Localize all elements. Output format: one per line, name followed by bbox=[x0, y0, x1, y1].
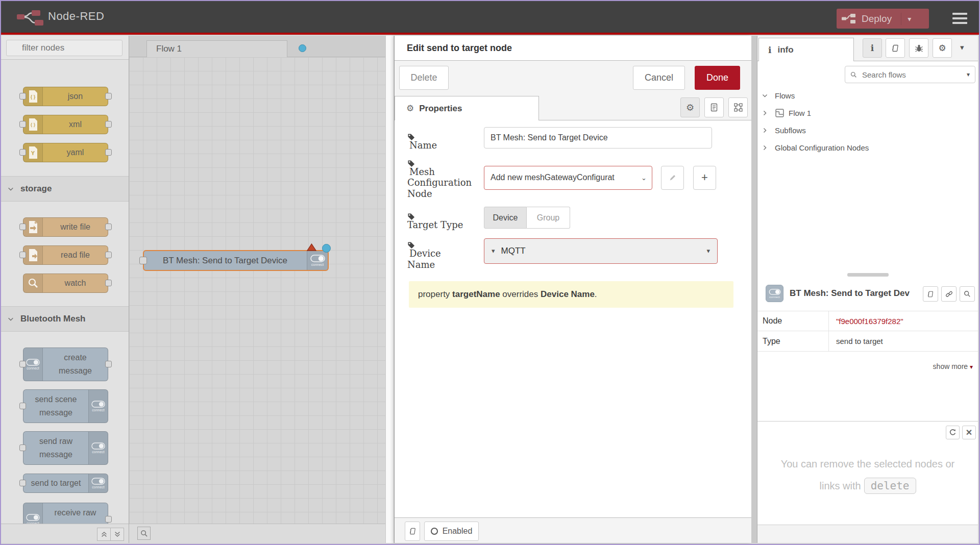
input-port[interactable] bbox=[19, 224, 26, 230]
input-port[interactable] bbox=[19, 480, 26, 486]
deploy-options-caret[interactable]: ▾ bbox=[901, 13, 911, 25]
flow-canvas[interactable]: BT Mesh: Send to Target Device connect bbox=[129, 57, 385, 524]
sidebar-tab-bar: i info i ⚙ ▾ bbox=[757, 36, 978, 61]
palette-scroll[interactable]: { } json ⟨ ⟩ xml Y yaml bbox=[1, 60, 129, 524]
canvas-scrollbar[interactable] bbox=[385, 36, 394, 543]
input-port[interactable] bbox=[19, 121, 26, 128]
output-port[interactable] bbox=[105, 361, 112, 367]
target-type-device-button[interactable]: Device bbox=[484, 207, 527, 229]
sidebar-info-button[interactable]: i bbox=[863, 38, 882, 58]
node-enabled-toggle[interactable]: Enabled bbox=[424, 522, 479, 541]
tree-item-subflows[interactable]: Subflows bbox=[757, 121, 978, 139]
output-port[interactable] bbox=[105, 516, 112, 523]
output-port[interactable] bbox=[105, 121, 112, 128]
search-node-button[interactable] bbox=[960, 286, 975, 302]
input-port[interactable] bbox=[19, 93, 26, 100]
gear-icon: ⚙ bbox=[686, 102, 694, 113]
info-panel-resize-handle[interactable] bbox=[847, 273, 889, 277]
zoom-search-button[interactable] bbox=[137, 527, 151, 540]
output-port[interactable] bbox=[105, 224, 112, 230]
palette-node-read-file[interactable]: read file bbox=[23, 245, 108, 265]
flow-icon bbox=[775, 108, 785, 118]
mesh-config-select[interactable]: Add new meshGatewayConfigurat ⌄ bbox=[484, 166, 652, 190]
palette-node-json[interactable]: { } json bbox=[23, 87, 108, 106]
refresh-icon bbox=[949, 429, 957, 436]
show-more-link[interactable]: show more ▾ bbox=[933, 362, 973, 370]
palette-node-watch[interactable]: watch bbox=[23, 274, 108, 293]
close-icon[interactable]: ✕ bbox=[962, 426, 976, 439]
sidebar-resize-handle[interactable] bbox=[751, 36, 757, 543]
tab-info[interactable]: i info bbox=[758, 38, 854, 61]
input-port[interactable] bbox=[19, 444, 26, 451]
node-docs-button[interactable] bbox=[923, 286, 938, 302]
filter-nodes-input[interactable] bbox=[6, 40, 122, 56]
expand-all-button[interactable] bbox=[110, 528, 124, 541]
done-button[interactable]: Done bbox=[695, 66, 740, 90]
output-port[interactable] bbox=[105, 252, 112, 258]
tree-item-global-config[interactable]: Global Configuration Nodes bbox=[757, 139, 978, 156]
file-out-icon bbox=[23, 218, 43, 236]
copy-link-button[interactable] bbox=[941, 286, 957, 302]
palette-node-send-to-target[interactable]: connect send to target bbox=[23, 474, 108, 493]
tab-flow-1[interactable]: Flow 1 bbox=[146, 40, 287, 57]
name-field[interactable] bbox=[484, 127, 712, 148]
tree-item-flow-1[interactable]: Flow 1 bbox=[757, 104, 978, 121]
add-config-node-button[interactable]: + bbox=[693, 166, 716, 190]
collapse-all-button[interactable] bbox=[97, 528, 111, 541]
category-storage[interactable]: storage bbox=[1, 176, 129, 202]
sidebar-debug-button[interactable] bbox=[909, 38, 928, 58]
tab-properties[interactable]: ⚙ Properties bbox=[395, 96, 539, 120]
palette-node-yaml[interactable]: Y yaml bbox=[23, 143, 108, 162]
info-icon: i bbox=[871, 43, 874, 53]
edit-properties-button[interactable]: ⚙ bbox=[680, 97, 700, 117]
chevron-right-icon bbox=[762, 144, 770, 151]
main-menu-button[interactable] bbox=[952, 13, 967, 25]
input-port[interactable] bbox=[19, 361, 26, 367]
output-port[interactable] bbox=[105, 93, 112, 100]
info-icon: i bbox=[768, 45, 771, 55]
target-type-group-button[interactable]: Group bbox=[527, 207, 570, 229]
node-appearance-button[interactable] bbox=[728, 97, 748, 117]
tree-item-flows[interactable]: Flows bbox=[757, 87, 978, 104]
delete-button[interactable]: Delete bbox=[399, 66, 449, 90]
refresh-button[interactable] bbox=[946, 426, 960, 439]
sidebar-help-button[interactable] bbox=[886, 38, 905, 58]
palette-node-create-message[interactable]: connect create message bbox=[23, 348, 108, 381]
magnifier-icon bbox=[23, 274, 43, 292]
xml-file-icon: ⟨ ⟩ bbox=[23, 115, 43, 134]
chevron-down-icon bbox=[762, 92, 770, 99]
node-type-value: send to target bbox=[828, 331, 978, 351]
palette-footer bbox=[1, 524, 129, 543]
palette-node-send-scene-message[interactable]: connect send scene message bbox=[23, 389, 108, 423]
edit-config-node-button[interactable] bbox=[661, 166, 684, 190]
input-port[interactable] bbox=[19, 252, 26, 258]
input-port[interactable] bbox=[139, 257, 147, 264]
palette: { } json ⟨ ⟩ xml Y yaml bbox=[1, 36, 129, 543]
output-port[interactable] bbox=[105, 149, 112, 156]
search-flows-input[interactable] bbox=[861, 70, 967, 80]
flow-node-send-to-target[interactable]: BT Mesh: Send to Target Device connect bbox=[143, 250, 329, 271]
sidebar: i info i ⚙ ▾ ▾ Flows bbox=[757, 36, 978, 543]
device-name-dropdown[interactable]: ▾ MQTT ▾ bbox=[484, 238, 718, 264]
palette-node-xml[interactable]: ⟨ ⟩ xml bbox=[23, 115, 108, 134]
input-port[interactable] bbox=[19, 403, 26, 409]
override-note: property targetName overrides Device Nam… bbox=[409, 281, 733, 308]
input-port[interactable] bbox=[19, 149, 26, 156]
node-help-button[interactable] bbox=[405, 522, 420, 541]
palette-node-receive-raw-message[interactable]: connect receive raw message bbox=[23, 503, 108, 524]
caret-down-icon[interactable]: ▾ bbox=[967, 71, 970, 78]
deploy-button[interactable]: Deploy ▾ bbox=[837, 9, 929, 29]
edit-description-button[interactable] bbox=[704, 97, 724, 117]
form-row-device-name: Device Name ▾ MQTT ▾ bbox=[407, 238, 739, 270]
connect-toggle-icon: connect bbox=[88, 390, 108, 423]
sidebar-config-button[interactable]: ⚙ bbox=[933, 38, 952, 58]
palette-node-send-raw-message[interactable]: connect send raw message bbox=[23, 431, 108, 465]
palette-search bbox=[1, 36, 129, 60]
cancel-button[interactable]: Cancel bbox=[633, 66, 685, 90]
output-port[interactable] bbox=[105, 280, 112, 286]
unsaved-changes-indicator bbox=[299, 44, 306, 52]
link-icon bbox=[945, 290, 953, 298]
palette-node-write-file[interactable]: write file bbox=[23, 217, 108, 237]
sidebar-tabs-menu-caret[interactable]: ▾ bbox=[960, 43, 964, 52]
category-bluetooth-mesh[interactable]: Bluetooth Mesh bbox=[1, 306, 129, 332]
